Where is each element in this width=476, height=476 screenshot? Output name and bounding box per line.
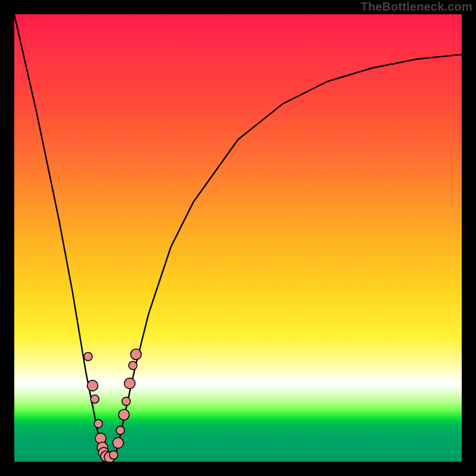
curve-marker [87,380,98,391]
curve-marker [122,397,130,405]
bottleneck-curve [14,14,462,462]
curve-marker [84,352,92,361]
curve-marker [109,451,118,459]
curve-marker [131,349,142,360]
watermark-text: TheBottleneck.com [361,0,472,14]
curve-layer [14,14,462,462]
curve-marker [124,378,135,389]
curve-marker [90,395,99,403]
curve-marker [116,426,124,434]
plot-area [14,14,462,462]
curve-marker [94,419,102,428]
curve-marker [129,361,137,369]
curve-marker [112,437,123,448]
chart-frame: TheBottleneck.com [0,0,476,476]
curve-marker [118,409,129,420]
